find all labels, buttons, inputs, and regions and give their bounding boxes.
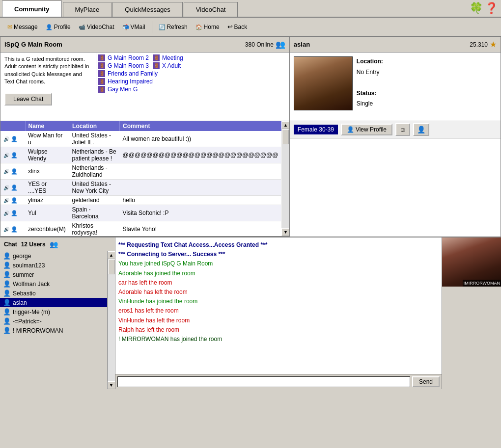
help-icon[interactable]: ❓: [485, 2, 498, 15]
tab-videochat[interactable]: VideoChat: [184, 2, 238, 17]
chat-message: *** Connecting to Server... Success ***: [118, 250, 439, 259]
chat-user-item[interactable]: 👤 -=Patrick=-: [0, 316, 107, 326]
room-link-icon: 🚪: [153, 54, 160, 61]
profile-username: asian: [294, 41, 310, 48]
room-link-icon: 🚪: [98, 78, 105, 85]
table-row[interactable]: 🔊 👤 Yul Spain - Barcelona Visita Softoni…: [0, 205, 281, 221]
room-link-row-4: 🚪 Hearing Impaired: [98, 78, 287, 85]
leave-chat-button[interactable]: Leave Chat: [4, 93, 52, 105]
row-name: zerconblue(M): [25, 221, 69, 237]
send-button[interactable]: Send: [412, 376, 440, 387]
home-button[interactable]: Home: [192, 20, 223, 34]
chat-scroll-up[interactable]: ▲: [108, 251, 115, 259]
chat-message: You have joined iSpQ G Main Room: [118, 259, 439, 268]
speaker-icon: 🔊: [3, 227, 9, 232]
chat-messages-panel: *** Requesting Text Chat Access...Access…: [115, 237, 442, 389]
row-name: Yul: [25, 205, 69, 221]
chat-message: eros1 has left the room: [118, 306, 439, 316]
room-link-main2[interactable]: 🚪 G Main Room 2: [98, 54, 149, 61]
chat-video-panel: !MIRRORWOMAN: [442, 237, 501, 389]
chat-scroll-thumb[interactable]: [108, 260, 115, 274]
chat-user-name: summer: [13, 271, 34, 278]
row-comment: [120, 163, 281, 180]
chat-user-item[interactable]: 👤 ! MIRRORWOMAN: [0, 326, 107, 335]
message-button[interactable]: Message: [4, 20, 41, 34]
chat-user-item[interactable]: 👤 Sebastio: [0, 289, 107, 298]
chat-message: VinHunde has joined the room: [118, 297, 439, 306]
table-row[interactable]: 🔊 👤 Wow Man for u United States - Joliet…: [0, 131, 281, 147]
videochat-button[interactable]: VideoChat: [75, 20, 118, 34]
chat-user-name: trigger-Me (m): [13, 309, 50, 316]
chat-input[interactable]: [117, 376, 410, 387]
chat-message: VinHunde has left the room: [118, 316, 439, 325]
scroll-thumb[interactable]: [282, 130, 289, 144]
profile-icon: [46, 24, 53, 30]
table-row[interactable]: 🔊 👤 YES or ....YES United States - New Y…: [0, 180, 281, 196]
room-link-meeting[interactable]: 🚪 Meeting: [153, 54, 183, 61]
home-icon: [195, 24, 202, 30]
row-name: xlinx: [25, 163, 69, 180]
room-links: 🚪 G Main Room 2 🚪 Meeting 🚪 G Main Room …: [96, 53, 289, 121]
profile-body: Location: No Entry Status: Single: [290, 53, 501, 121]
view-profile-button[interactable]: 👤 View Profile: [341, 124, 392, 135]
chat-user-item[interactable]: 👤 asian: [0, 298, 107, 307]
profile-header: asian 25.310 ★: [290, 37, 501, 53]
col-comment: Comment: [120, 121, 281, 131]
user-avatar-icon: 👤: [3, 290, 11, 297]
row-location: Netherlands - Zuidholland: [69, 163, 120, 180]
back-icon: [227, 23, 233, 30]
col-icons: [0, 121, 25, 131]
tab-community[interactable]: Community: [2, 0, 62, 17]
room-link-row-3: 🚪 Friends and Family: [98, 70, 287, 77]
profile-action-button[interactable]: 👤: [413, 123, 429, 136]
refresh-button[interactable]: Refresh: [155, 20, 191, 34]
room-link-hearing[interactable]: 🚪 Hearing Impaired: [98, 78, 153, 85]
vmail-button[interactable]: VMail: [119, 20, 149, 34]
chat-user-name: soulman123: [13, 262, 45, 269]
scroll-up-arrow[interactable]: ▲: [281, 121, 289, 129]
table-row[interactable]: 🔊 👤 ylmaz gelderland hello: [0, 196, 281, 205]
speaker-icon: 🔊: [3, 169, 9, 174]
tab-myplace[interactable]: MyPlace: [63, 2, 112, 17]
room-link-icon: 🚪: [153, 62, 160, 69]
row-comment: hello: [120, 196, 281, 205]
back-button[interactable]: Back: [224, 20, 251, 34]
chat-user-item[interactable]: 👤 summer: [0, 270, 107, 279]
chat-user-item[interactable]: 👤 trigger-Me (m): [0, 307, 107, 316]
row-location: Netherlands - Be patient please !: [69, 147, 120, 163]
room-link-xadult[interactable]: 🚪 X Adult: [153, 62, 181, 69]
room-link-main3[interactable]: 🚪 G Main Room 3: [98, 62, 149, 69]
chat-user-item[interactable]: 👤 george: [0, 251, 107, 261]
user-icon: 👤: [11, 184, 18, 190]
user-list-scrollbar[interactable]: ▲ ▼: [281, 121, 289, 236]
row-icons: 🔊 👤: [0, 196, 25, 205]
row-location: Spain - Barcelona: [69, 205, 120, 221]
chat-scroll-down[interactable]: ▼: [108, 381, 115, 389]
room-link-friends[interactable]: 🚪 Friends and Family: [98, 70, 158, 77]
user-icon: 👤: [11, 136, 18, 142]
green-icon[interactable]: 🍀: [470, 2, 483, 15]
table-row[interactable]: 🔊 👤 xlinx Netherlands - Zuidholland: [0, 163, 281, 180]
chat-message: Adorable has left the room: [118, 288, 439, 297]
table-row[interactable]: 🔊 👤 Wulpse Wendy Netherlands - Be patien…: [0, 147, 281, 163]
row-name: Wow Man for u: [25, 131, 69, 147]
user-avatar-icon: 👤: [3, 271, 11, 278]
table-row[interactable]: 🔊 👤 zerconblue(M) Khristos rodyvsya! Sla…: [0, 221, 281, 237]
row-comment: Visita Softonic! :P: [120, 205, 281, 221]
users-icon: 👥: [276, 40, 285, 49]
user-icon: 👤: [11, 168, 18, 174]
user-list-section: Name Location Comment 🔊 👤: [0, 121, 281, 236]
top-tab-bar: Community MyPlace QuickMessages VideoCha…: [0, 0, 501, 18]
chat-user-item[interactable]: 👤 soulman123: [0, 261, 107, 270]
profile-button[interactable]: Profile: [42, 20, 74, 34]
tab-quickmessages[interactable]: QuickMessages: [112, 2, 182, 17]
chat-users-scrollbar[interactable]: ▲ ▼: [107, 251, 115, 389]
smiley-button[interactable]: ☺: [395, 123, 410, 136]
scroll-down-arrow[interactable]: ▼: [281, 228, 289, 236]
room-link-gaymen[interactable]: 🚪 Gay Men G: [98, 86, 138, 93]
room-link-icon: 🚪: [98, 70, 105, 77]
row-name: YES or ....YES: [25, 180, 69, 196]
chat-user-item[interactable]: 👤 Wolfman Jack: [0, 279, 107, 289]
room-description-panel: This is a G rated monitored room. Adult …: [0, 53, 96, 121]
room-link-row-2: 🚪 G Main Room 3 🚪 X Adult: [98, 62, 287, 69]
